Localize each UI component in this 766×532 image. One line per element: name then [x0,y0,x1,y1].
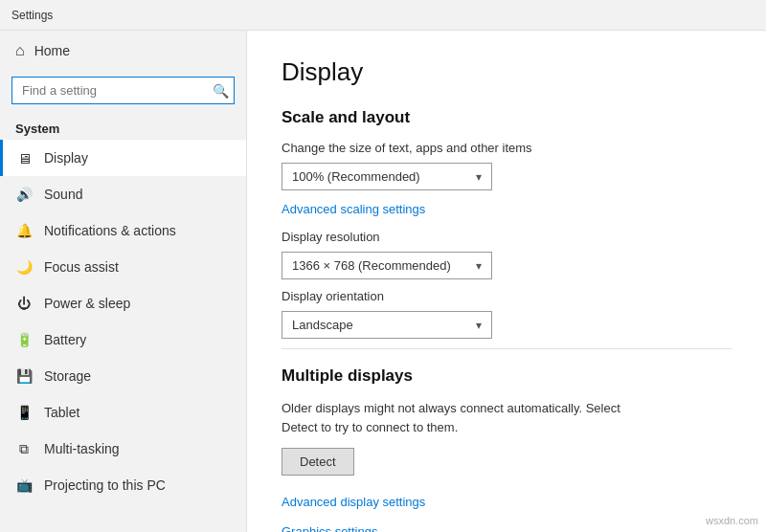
main-content: Display Scale and layout Change the size… [247,31,766,532]
sidebar-home-label: Home [34,43,70,58]
sidebar-label-multitasking: Multi-tasking [44,441,120,456]
scale-dropdown[interactable]: 100% (Recommended) ▾ [282,163,492,190]
tablet-icon [15,404,33,421]
power-icon [15,295,33,312]
search-box: 🔍 [11,77,235,104]
sidebar-label-power: Power & sleep [44,296,130,311]
sidebar-label-sound: Sound [44,187,82,202]
sidebar-item-notifications[interactable]: Notifications & actions [0,212,246,249]
multi-icon [15,440,33,457]
graphics-settings-link[interactable]: Graphics settings [282,524,377,532]
sidebar-item-battery[interactable]: Battery [0,321,246,358]
display-icon [15,149,33,166]
sidebar-item-multitasking[interactable]: Multi-tasking [0,431,246,467]
sidebar-item-storage[interactable]: Storage [0,358,246,394]
sidebar-label-tablet: Tablet [44,405,79,420]
sidebar-item-sound[interactable]: Sound [0,176,246,212]
page-title: Display [282,57,732,87]
orientation-label: Display orientation [282,289,732,303]
sidebar-label-display: Display [44,150,88,166]
sidebar-label-projecting: Projecting to this PC [44,477,166,493]
sidebar: Home 🔍 System DisplaySoundNotifications … [0,31,247,532]
section-divider [282,348,732,349]
title-bar-label: Settings [11,9,53,22]
sidebar-item-projecting[interactable]: Projecting to this PC [0,467,246,503]
sidebar-label-focus: Focus assist [44,259,119,275]
sidebar-items-container: DisplaySoundNotifications & actionsFocus… [0,140,246,503]
notif-icon [15,222,33,239]
orientation-value: Landscape [292,318,353,332]
sound-icon [15,186,33,203]
sidebar-label-storage: Storage [44,368,91,384]
storage-icon [15,367,33,385]
resolution-value: 1366 × 768 (Recommended) [292,258,451,273]
resolution-dropdown-chevron: ▾ [476,259,482,273]
advanced-scaling-link[interactable]: Advanced scaling settings [282,202,425,216]
home-icon [15,42,25,59]
sidebar-item-focus[interactable]: Focus assist [0,249,246,285]
project-icon [15,477,33,494]
focus-icon [15,258,33,276]
resolution-label: Display resolution [282,230,732,244]
scale-value: 100% (Recommended) [292,169,420,184]
scale-dropdown-chevron: ▾ [476,170,482,184]
sidebar-label-battery: Battery [44,332,86,347]
search-input[interactable] [11,77,235,104]
battery-icon [15,331,33,348]
title-bar: Settings [0,0,766,31]
resolution-dropdown[interactable]: 1366 × 768 (Recommended) ▾ [282,252,492,279]
sidebar-label-notifications: Notifications & actions [44,223,176,238]
detect-description: Older displays might not always connect … [282,399,626,436]
system-section-label: System [0,114,246,140]
orientation-dropdown-chevron: ▾ [476,319,482,332]
sidebar-item-tablet[interactable]: Tablet [0,394,246,431]
sidebar-item-display[interactable]: Display [0,140,246,176]
search-icon: 🔍 [213,83,229,99]
orientation-dropdown[interactable]: Landscape ▾ [282,311,492,339]
watermark: wsxdn.com [706,515,758,526]
sidebar-item-home[interactable]: Home [0,31,246,71]
scale-section-title: Scale and layout [282,108,732,127]
advanced-display-link[interactable]: Advanced display settings [282,495,425,509]
multiple-displays-title: Multiple displays [282,366,732,386]
sidebar-item-power[interactable]: Power & sleep [0,285,246,321]
change-size-label: Change the size of text, apps and other … [282,141,732,155]
detect-button[interactable]: Detect [282,448,354,476]
